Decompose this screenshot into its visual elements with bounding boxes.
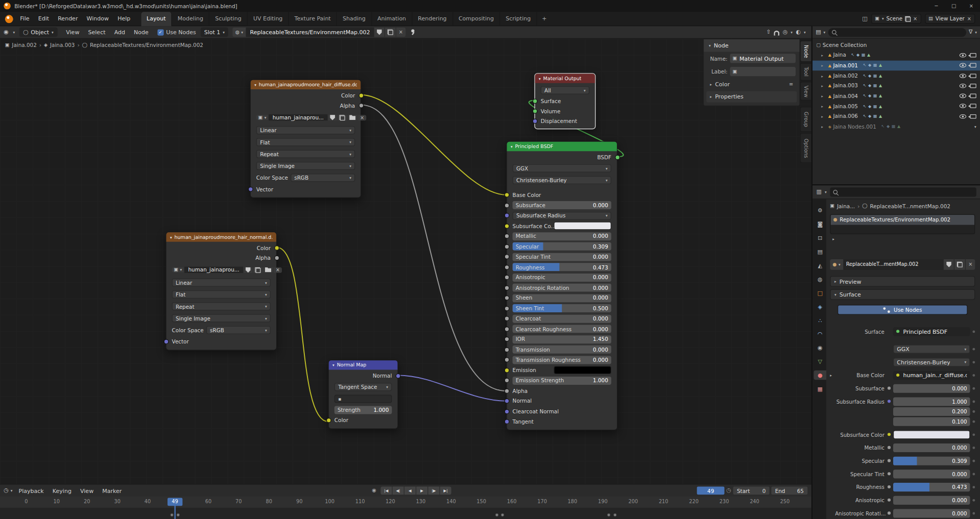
- close-button[interactable]: ×: [963, 0, 980, 12]
- material-name-field[interactable]: ReplaceableTextures/EnvironmentMap.002: [246, 28, 374, 37]
- animate-icon[interactable]: [972, 374, 975, 377]
- auto-keying-toggle[interactable]: ◉: [372, 488, 376, 493]
- workspace-tab-uv-editing[interactable]: UV Editing: [248, 12, 289, 26]
- node-menu-node[interactable]: Node: [130, 29, 153, 35]
- breadcrumb-item[interactable]: ReplaceableT...nmentMap.002: [870, 203, 950, 209]
- slider-x[interactable]: 0.200: [893, 407, 970, 415]
- node-color-row[interactable]: ▸ Color ≡: [704, 78, 799, 90]
- play-reverse-button[interactable]: ◀: [404, 486, 416, 495]
- socket-surface-input[interactable]: [532, 98, 537, 104]
- overlap-icon[interactable]: ◎: [783, 30, 788, 35]
- animate-icon[interactable]: [972, 410, 975, 412]
- socket-transmission[interactable]: [504, 347, 509, 352]
- hide-in-viewport-icon eye-icon[interactable]: [960, 94, 966, 98]
- sidebar-tab-group[interactable]: Group: [800, 107, 811, 132]
- properties-tab-tool[interactable]: ⚙: [814, 206, 826, 215]
- value-field-surface[interactable]: Principled BSDF: [893, 327, 970, 336]
- end-frame-field[interactable]: End65: [771, 486, 807, 495]
- workspace-tab-compositing[interactable]: Compositing: [453, 12, 500, 26]
- socket-anisotropic[interactable]: [504, 275, 509, 280]
- editor-type-icon[interactable]: ◉: [4, 30, 9, 35]
- space-dropdown[interactable]: Tangent Space▾: [334, 383, 392, 391]
- expand-icon[interactable]: ▸: [821, 94, 826, 98]
- menu-render[interactable]: Render: [54, 16, 82, 22]
- socket-emission[interactable]: [504, 368, 509, 373]
- socket-specular-tint[interactable]: [504, 254, 509, 259]
- keyframe-marker[interactable]: [495, 513, 498, 516]
- slider-x[interactable]: 0.100: [893, 417, 970, 426]
- socket-color-input[interactable]: [326, 418, 331, 423]
- socket-color-output[interactable]: [274, 245, 279, 251]
- dropdown-linear[interactable]: Linear▾: [256, 126, 355, 134]
- strength-slider[interactable]: Strength1.000: [334, 406, 392, 414]
- dropdown-repeat[interactable]: Repeat▾: [256, 150, 355, 158]
- node-menu-select[interactable]: Select: [84, 29, 110, 35]
- hide-in-viewport-icon eye-icon[interactable]: [960, 63, 966, 68]
- overlays-icon[interactable]: ◐: [796, 30, 801, 35]
- pin-icon[interactable]: [410, 29, 416, 35]
- expand-icon[interactable]: ▸: [821, 104, 826, 109]
- properties-tab-render[interactable]: ◙: [814, 219, 826, 229]
- properties-tab-particles[interactable]: ∴: [814, 315, 826, 325]
- slider-roughness[interactable]: 0.473: [893, 482, 970, 491]
- node-header[interactable]: ▾Normal Map: [329, 360, 398, 369]
- color-space-dropdown[interactable]: sRGB▾: [206, 326, 271, 334]
- slider-sheen[interactable]: Sheen0.000: [513, 294, 611, 302]
- color-swatch-emission[interactable]: [554, 366, 611, 375]
- copy-button[interactable]: [253, 267, 262, 273]
- expand-icon[interactable]: ▸: [821, 63, 826, 68]
- expand-icon[interactable]: ▸: [821, 53, 826, 58]
- slider-metallic[interactable]: Metallic0.000: [513, 232, 611, 240]
- keyframe-marker[interactable]: [613, 513, 616, 516]
- uv-map-field[interactable]: ▪: [334, 395, 392, 403]
- slider-ior[interactable]: IOR1.450: [513, 335, 611, 343]
- outliner-item-jaina-002[interactable]: ▸▲Jaina.002↖◆▦▲: [812, 70, 980, 81]
- start-frame-field[interactable]: Start0: [733, 486, 770, 495]
- scene-selector[interactable]: ▣ ▾ Scene ×: [871, 14, 921, 24]
- socket-alpha[interactable]: [504, 388, 509, 393]
- socket-subsurface-co[interactable]: [504, 224, 509, 229]
- breadcrumb-item[interactable]: Jaina...: [837, 203, 855, 209]
- socket-transmission-roughness[interactable]: [504, 357, 509, 362]
- copy-material-button[interactable]: [385, 28, 396, 37]
- keyframe-marker[interactable]: [176, 513, 179, 516]
- sidebar-tab-options[interactable]: Options: [800, 133, 811, 163]
- socket-subsurface-radius[interactable]: [504, 213, 509, 218]
- animate-icon[interactable]: [972, 361, 975, 363]
- chevron-down-icon[interactable]: ▾: [791, 30, 793, 34]
- breadcrumb-item[interactable]: Jaina.002: [12, 42, 36, 48]
- slider-transmission[interactable]: Transmission0.000: [513, 345, 611, 354]
- socket-specular[interactable]: [504, 244, 509, 249]
- node-header[interactable]: ▾Material Output: [535, 73, 595, 83]
- outliner-item-jaina-003[interactable]: ▸▲Jaina.003↖◆▦▲: [812, 81, 980, 91]
- outliner-item-jaina[interactable]: ▸▲Jaina↖◆▦▲: [812, 50, 980, 60]
- properties-tab-world[interactable]: ◍: [814, 274, 826, 283]
- browse-image-button[interactable]: ▣▾: [172, 267, 184, 272]
- disable-in-render-icon camera-icon[interactable]: [970, 63, 976, 68]
- node-editor-canvas[interactable]: ▣Jaina.002›◈Jaina.003›◯ReplaceableTextur…: [0, 39, 811, 484]
- go-to-parent-icon[interactable]: ⇧: [766, 30, 771, 35]
- node-image-texture-diffuse[interactable]: ▾human_jainaproudmoore_hair_diffuse.ddCo…: [250, 79, 362, 198]
- browse-image-button[interactable]: ▣▾: [256, 115, 268, 120]
- breadcrumb-item[interactable]: Jaina.003: [50, 42, 75, 48]
- material-slot-list[interactable]: ● ReplaceableTextures/EnvironmentMap.002: [830, 214, 975, 234]
- keyframe-marker[interactable]: [607, 513, 610, 516]
- slider-metallic[interactable]: 0.000: [893, 443, 970, 452]
- material-name-field[interactable]: ReplaceableT...mentMap.002: [844, 259, 943, 270]
- dropdown-flat[interactable]: Flat▾: [256, 138, 355, 146]
- fake-user-button[interactable]: [944, 259, 954, 270]
- sidebar-tab-view[interactable]: View: [800, 82, 811, 101]
- use-nodes-button[interactable]: Use Nodes: [838, 305, 968, 315]
- animate-icon[interactable]: [972, 330, 975, 333]
- outliner-search-input[interactable]: [828, 28, 966, 36]
- image-name-field[interactable]: human_jainaprou...: [269, 114, 327, 120]
- dropdown-repeat[interactable]: Repeat▾: [172, 302, 271, 310]
- unlink-material-button[interactable]: ×: [396, 28, 405, 37]
- hide-in-viewport-icon eye-icon[interactable]: [960, 84, 966, 88]
- sidebar-tab-tool[interactable]: Tool: [800, 63, 811, 81]
- dropdown-ggx[interactable]: GGX▾: [513, 164, 611, 172]
- maximize-button[interactable]: □: [945, 0, 963, 12]
- socket-normal[interactable]: [504, 399, 509, 404]
- animate-icon[interactable]: [972, 400, 975, 403]
- socket-bsdf-output[interactable]: [615, 155, 620, 160]
